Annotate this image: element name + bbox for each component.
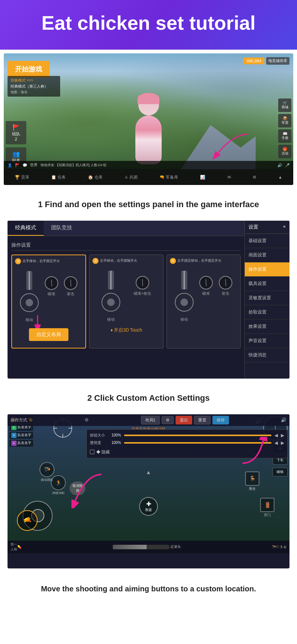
settings-right-panel: 设置 × 基础设置 画面设置 操作设置 载具设置 灵敏度设置 拾取设置 效果设置…	[244, 221, 289, 379]
zone-text: 正派头	[171, 544, 181, 549]
slider-right-btn[interactable]: ▶	[281, 433, 284, 438]
option3-title: ③ 左手固定移动，右手固定开火	[170, 258, 237, 264]
setting-pickup[interactable]: 拾取设置	[245, 305, 289, 320]
shop-btn[interactable]: 🛒商城	[278, 98, 291, 112]
reset-btn[interactable]: 重置	[194, 416, 211, 424]
move-joystick-2: 移动	[102, 271, 120, 322]
nav-btn[interactable]: ⊞	[283, 545, 286, 549]
mode-switch-label: 切换模式 >>>	[11, 78, 57, 83]
game-start-button[interactable]: 开始游戏	[8, 61, 50, 77]
team-label: 组队	[8, 131, 24, 137]
manual-btn[interactable]: 📖手册	[278, 129, 291, 143]
layout-btns: 布局1 ⚙ 退出 重置 保存	[141, 416, 229, 424]
custom-layout-section: 操作方式 ① ⚙ 布局1 ⚙ 退出 重置 保存 🔊 信号区外海沁倒计时	[0, 414, 297, 576]
tab-classic[interactable]: 经典模式	[8, 221, 44, 236]
hide-checkbox-box[interactable]	[90, 450, 94, 454]
chat-text: 艳地求攻·【招募消息】四人模式| 人数1/4 组	[41, 163, 274, 168]
setting-shortcut[interactable]: 快捷消息	[245, 348, 289, 362]
setting-sensitivity[interactable]: 灵敏度设置	[245, 291, 289, 305]
nav-task[interactable]: 📋 任务	[51, 174, 66, 180]
team-num: 2	[8, 137, 24, 141]
chat-bar: 👤 🚩 💬 世界 艳地求攻·【招募消息】四人模式| 人数1/4 组 🔊 🎤	[4, 161, 293, 169]
nav-settings[interactable]: ⚙	[253, 175, 256, 180]
option1-title: ① 左手移动，右手固定开火	[15, 258, 82, 264]
nav-trophy[interactable]: 🏆 贡享	[15, 174, 29, 180]
char-hair	[138, 93, 159, 104]
custom-layout-button[interactable]: 自定义布局	[29, 328, 68, 341]
open-door-action[interactable]: 🚪 开门	[260, 498, 274, 518]
game-right-menu: 🛒商城 📦军需 📖手册 🎁活动	[278, 98, 291, 158]
op-mode-group: 操作方式 ①	[11, 417, 33, 423]
shield-btn[interactable]: 🛡	[276, 545, 279, 549]
nav-mail[interactable]: ✉	[227, 175, 231, 180]
size-slider[interactable]	[124, 435, 271, 436]
setting-vehicle[interactable]: 载具设置	[245, 277, 289, 291]
setting-display[interactable]: 画面设置	[245, 248, 289, 262]
settings-section: 经典模式 团队竞技 操作设置 ① 左手移动，右手固定开火	[0, 221, 297, 386]
layout-settings-icon[interactable]: ⚙	[162, 416, 174, 424]
settings-content: 操作设置 ① 左手移动，右手固定开火	[8, 236, 244, 352]
opacity-right-btn[interactable]: ▶	[281, 440, 284, 445]
pink-arrow-left	[71, 471, 109, 508]
progress-bar	[113, 545, 169, 549]
door-icon: 🚪	[260, 498, 274, 512]
progress-bar-area: 正派头	[21, 544, 272, 549]
nav-warehouse[interactable]: 🏠 仓库	[88, 174, 103, 180]
volume-top-icon: 🔊	[281, 417, 286, 423]
slider-left-btn[interactable]: ◀	[274, 433, 278, 438]
sit-action[interactable]: 🪑 乘坐	[245, 471, 259, 491]
close-icon[interactable]: ×	[283, 224, 286, 230]
game-mode-box: 切换模式 >>> 经典模式（第三人称） 地图：海岛	[8, 76, 60, 97]
medical-btn[interactable]: 💊	[17, 545, 21, 549]
team-item-3: 3 队友名字	[9, 432, 33, 439]
scope-btn[interactable]: 瞄镜	[273, 468, 288, 476]
control-option-2[interactable]: ② 左手移动，右手跟随开火 移动	[89, 255, 163, 349]
custom-layout: 操作方式 ① ⚙ 布局1 ⚙ 退出 重置 保存 🔊 信号区外海沁倒计时	[8, 414, 289, 568]
rescue-btn[interactable]: ✚ 救援	[139, 497, 158, 516]
team-item[interactable]: 🚩 组队 2	[6, 121, 26, 144]
progress-fill	[113, 545, 147, 549]
supply-btn[interactable]: 📦军需	[278, 114, 291, 127]
sprint-icon: 🏃	[51, 475, 66, 490]
settings-gear-icon[interactable]: ⚙	[85, 417, 89, 423]
tab-team[interactable]: 团队竞技	[44, 221, 80, 236]
sprint-action[interactable]: 🏃 持续冲刺	[51, 475, 66, 495]
first-person-btn[interactable]: 第一人称	[11, 542, 17, 552]
run-btn[interactable]: 🏃	[279, 545, 283, 549]
layout-label: 布局1	[141, 416, 160, 424]
nav-stats[interactable]: 📊	[200, 175, 205, 180]
setting-sound[interactable]: 声音设置	[245, 334, 289, 348]
setting-effects[interactable]: 效果设置	[245, 320, 289, 334]
gold-amount: 396,984	[243, 58, 264, 64]
scroll-up-btn[interactable]: ▲	[146, 469, 151, 476]
nav-armory[interactable]: 🔫 军备库	[159, 174, 178, 180]
nav-expand[interactable]: ▲	[278, 175, 282, 179]
pink-arrow-right	[239, 437, 269, 467]
nav-team[interactable]: ⚔ 兵团	[124, 174, 138, 180]
event-btn[interactable]: 🎁活动	[278, 145, 291, 158]
settings-section-title: 操作设置	[11, 240, 241, 251]
move-joystick-3: 移动	[175, 271, 194, 322]
jump-icon: 🪂	[39, 462, 55, 477]
parachute-btn[interactable]: 🪂	[272, 545, 276, 549]
save-btn[interactable]: 保存	[212, 416, 229, 424]
game-top-right: 396,984 电竞储存库	[243, 57, 289, 65]
setting-basic[interactable]: 基础设置	[245, 234, 289, 248]
settings-panel: 经典模式 团队竞技 操作设置 ① 左手移动，右手固定开火	[8, 221, 289, 379]
touch3d-option[interactable]: ♦ 开启3D Touch	[92, 324, 160, 336]
setting-operation[interactable]: 操作设置	[245, 262, 289, 277]
aim-icon-3: ╱ 瞄准	[199, 271, 213, 322]
control-options: ① 左手移动，右手固定开火 移动	[11, 255, 241, 349]
gun-icon: 🔫	[21, 515, 33, 526]
pink-arrow-custom	[26, 313, 49, 328]
team-item-4: 4 队友名字	[9, 440, 33, 447]
char-body	[135, 115, 162, 164]
control-option-3[interactable]: ③ 左手固定移动，右手固定开火 移动	[167, 255, 241, 349]
pink-arrow-settings	[211, 130, 256, 161]
control-option-1[interactable]: ① 左手移动，右手固定开火 移动	[11, 255, 86, 349]
mode-name-label: 经典模式（第三人称）	[11, 84, 57, 89]
exit-btn[interactable]: 退出	[176, 416, 192, 424]
gun-circle[interactable]: 🔫	[17, 510, 38, 531]
opacity-left-btn[interactable]: ◀	[274, 440, 278, 445]
world-label: 世界	[30, 162, 38, 168]
